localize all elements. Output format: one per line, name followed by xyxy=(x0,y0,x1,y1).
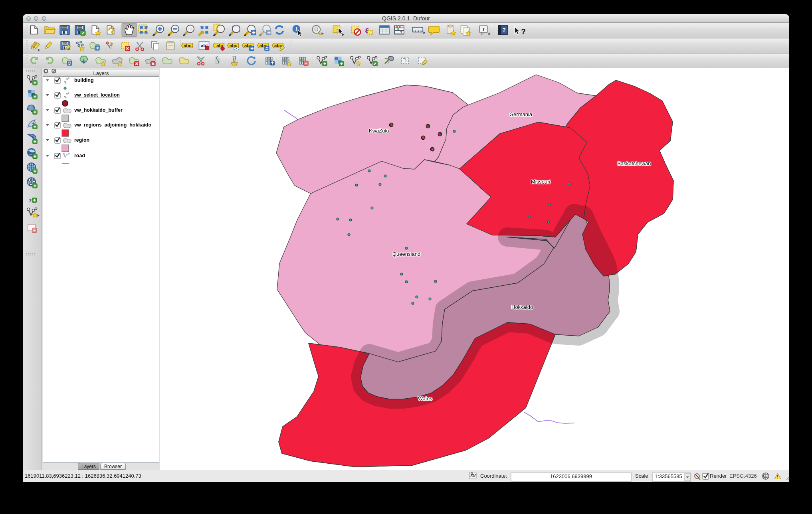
svg-text:!: ! xyxy=(777,475,778,479)
